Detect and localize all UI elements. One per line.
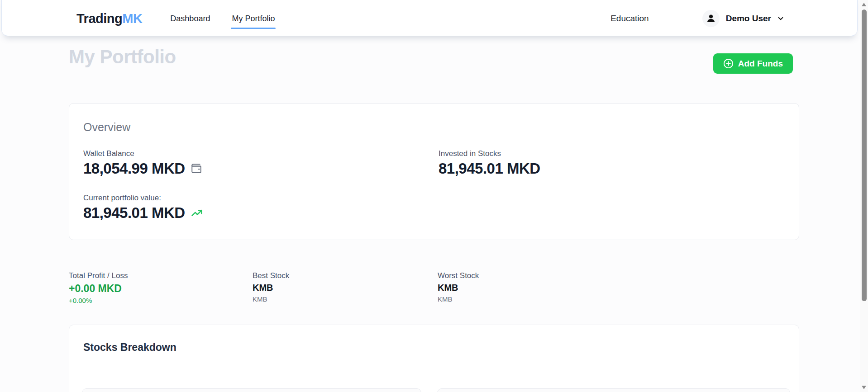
brand-part-trading: Trading bbox=[76, 11, 122, 26]
scrollbar-thumb[interactable] bbox=[862, 9, 867, 301]
breakdown-panel-left bbox=[82, 388, 421, 392]
vertical-scrollbar[interactable] bbox=[860, 0, 868, 392]
stocks-breakdown-card: Stocks Breakdown bbox=[69, 325, 799, 392]
nav-item-dashboard[interactable]: Dashboard bbox=[169, 11, 211, 26]
user-menu[interactable]: Demo User bbox=[702, 10, 785, 27]
plus-circle-icon bbox=[723, 58, 734, 69]
page-title: My Portfolio bbox=[69, 46, 176, 68]
brand-part-mk: MK bbox=[122, 11, 142, 26]
user-name: Demo User bbox=[726, 14, 771, 24]
current-value-value: 81,945.01 MKD bbox=[83, 204, 185, 222]
wallet-balance-value: 18,054.99 MKD bbox=[83, 160, 185, 177]
best-stock-label: Best Stock bbox=[253, 271, 289, 280]
main-content: My Portfolio Add Funds Overview Wallet B… bbox=[69, 36, 799, 90]
best-stock-symbol: KMB bbox=[253, 283, 289, 293]
nav-item-my-portfolio[interactable]: My Portfolio bbox=[231, 11, 276, 26]
add-funds-label: Add Funds bbox=[738, 59, 783, 69]
total-profit-loss-value: +0.00 MKD bbox=[69, 283, 128, 295]
brand-logo[interactable]: TradingMK bbox=[76, 11, 142, 26]
scroll-up-arrow-icon[interactable] bbox=[862, 3, 866, 6]
stats-row: Total Profit / Loss +0.00 MKD +0.00% Bes… bbox=[69, 271, 799, 312]
total-profit-loss-stat: Total Profit / Loss +0.00 MKD +0.00% bbox=[69, 271, 128, 304]
worst-stock-name: KMB bbox=[438, 295, 479, 303]
user-avatar-icon bbox=[706, 13, 716, 24]
overview-title: Overview bbox=[83, 121, 785, 134]
best-stock-name: KMB bbox=[253, 295, 289, 303]
top-nav: TradingMK Dashboard My Portfolio Educati… bbox=[1, 0, 858, 36]
breakdown-panel-right bbox=[437, 388, 790, 392]
wallet-balance-label: Wallet Balance bbox=[83, 149, 439, 158]
best-stock-stat: Best Stock KMB KMB bbox=[253, 271, 289, 303]
wallet-balance-metric: Wallet Balance 18,054.99 MKD bbox=[83, 149, 439, 177]
worst-stock-stat: Worst Stock KMB KMB bbox=[438, 271, 479, 303]
scroll-down-arrow-icon[interactable] bbox=[862, 386, 866, 389]
invested-metric: Invested in Stocks 81,945.01 MKD bbox=[439, 149, 785, 177]
worst-stock-symbol: KMB bbox=[438, 283, 479, 293]
wallet-icon bbox=[191, 163, 202, 175]
total-profit-loss-percent: +0.00% bbox=[69, 297, 128, 304]
nav-item-education[interactable]: Education bbox=[610, 14, 649, 24]
trending-up-icon bbox=[191, 207, 203, 219]
invested-value: 81,945.01 MKD bbox=[439, 160, 540, 177]
total-profit-loss-label: Total Profit / Loss bbox=[69, 271, 128, 280]
current-value-metric: Current portfolio value: 81,945.01 MKD bbox=[83, 194, 439, 222]
stocks-breakdown-title: Stocks Breakdown bbox=[83, 341, 785, 354]
overview-card: Overview Wallet Balance 18,054.99 MKD bbox=[69, 103, 799, 240]
chevron-down-icon bbox=[777, 14, 785, 23]
add-funds-button[interactable]: Add Funds bbox=[713, 53, 793, 74]
invested-label: Invested in Stocks bbox=[439, 149, 785, 158]
avatar bbox=[702, 10, 720, 27]
current-value-label: Current portfolio value: bbox=[83, 194, 439, 203]
worst-stock-label: Worst Stock bbox=[438, 271, 479, 280]
